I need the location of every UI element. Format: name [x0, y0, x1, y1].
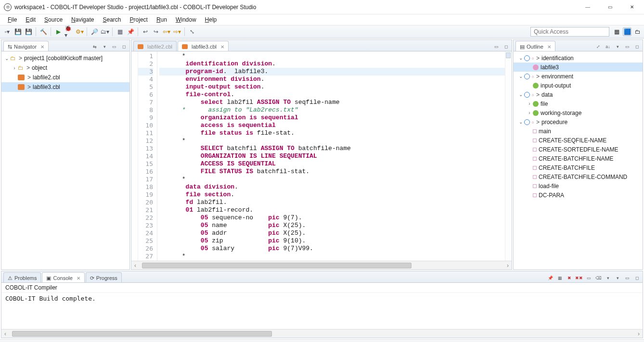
twisty-icon[interactable]: ⌄	[517, 92, 524, 97]
code-line[interactable]: input-output section.	[159, 83, 505, 91]
debug-icon[interactable]: 🐞▾	[64, 27, 73, 36]
menu-navigate[interactable]: Navigate	[67, 15, 98, 24]
hscroll-thumb[interactable]	[12, 331, 272, 337]
maximize-view-icon[interactable]: ◻	[633, 275, 641, 281]
console-pin-icon[interactable]: 📌	[546, 275, 554, 281]
twisty-icon[interactable]: ›	[526, 101, 533, 106]
twisty-icon[interactable]	[526, 183, 533, 189]
twisty-icon[interactable]: ⌄	[517, 119, 524, 125]
next-edit-icon[interactable]: ↪	[152, 27, 160, 36]
twisty-icon[interactable]	[526, 128, 533, 134]
editor-area[interactable]: 1234567891011121314151617181920212223242…	[131, 51, 512, 261]
maximize-button[interactable]: ▭	[599, 0, 621, 14]
breakpoint-strip[interactable]	[131, 51, 138, 261]
code-line[interactable]: *	[159, 137, 505, 145]
open-task-icon[interactable]: 🗂▾	[101, 27, 109, 36]
cobol-perspective-icon[interactable]: 🟦	[623, 27, 631, 36]
twisty-icon[interactable]	[526, 192, 533, 198]
open-perspective-icon[interactable]: ▦	[612, 27, 621, 36]
folder-row[interactable]: › 🗀 > object	[1, 63, 129, 73]
code-line[interactable]: identification division.	[159, 60, 505, 68]
new-icon[interactable]: ▫▾	[3, 27, 12, 36]
twisty-icon[interactable]	[526, 138, 533, 143]
console-display-icon[interactable]: ▦	[556, 275, 564, 281]
open-type-icon[interactable]: 🔎	[90, 27, 99, 36]
maximize-editor-icon[interactable]: ◻	[502, 43, 510, 50]
outline-item[interactable]: ⌄₀>environment	[514, 72, 643, 81]
menu-source[interactable]: Source	[40, 15, 66, 24]
overview-ruler[interactable]	[505, 51, 512, 261]
close-icon[interactable]: ✕	[220, 44, 224, 50]
code-line[interactable]: *	[159, 52, 505, 60]
code-line[interactable]: *	[159, 253, 505, 260]
code-line[interactable]: * assign to "Lab2recs.txt"	[159, 106, 505, 114]
hscroll-thumb[interactable]	[142, 263, 412, 268]
twisty-icon[interactable]	[526, 147, 533, 152]
view-menu-icon[interactable]: ▾	[614, 43, 621, 50]
twisty-icon[interactable]	[526, 83, 533, 88]
outline-item[interactable]: CREATE-BATCHFILE-COMMAND	[514, 172, 643, 181]
outline-item[interactable]: CREATE-BATCHFILE	[514, 163, 643, 172]
code-line[interactable]: ORGANIZATION IS LINE SEQUENTIAL	[159, 152, 505, 160]
code-line[interactable]: access is sequential	[159, 122, 505, 129]
code-line[interactable]: 05 salary pic 9(7)V99.	[159, 245, 505, 253]
console-output[interactable]: COBOL-IT Build complete.	[1, 293, 643, 329]
code-line[interactable]: *	[159, 176, 505, 183]
code-line[interactable]: file section.	[159, 191, 505, 199]
back-icon[interactable]: ⇦▾	[162, 27, 171, 36]
twisty-icon[interactable]	[526, 165, 533, 170]
outline-item[interactable]: ›file	[514, 99, 643, 108]
outline-item[interactable]: ›working-storage	[514, 108, 643, 117]
editor-tab[interactable]: labfile2.cbl	[133, 41, 177, 51]
code-line[interactable]: 05 zip pic 9(10).	[159, 237, 505, 245]
outline-item[interactable]: CREATE-SORTEDFILE-NAME	[514, 145, 643, 154]
console-open-icon[interactable]: ▾	[604, 275, 612, 281]
pin-icon[interactable]: 📌	[126, 27, 135, 36]
code-line[interactable]: fd lab2fil.	[159, 199, 505, 206]
outline-item[interactable]: CREATE-BATCHFILE-NAME	[514, 154, 643, 163]
file-row[interactable]: > labfile2.cbl	[1, 73, 129, 82]
code-line[interactable]: FILE STATUS IS batchfil-stat.	[159, 168, 505, 176]
minimize-editor-icon[interactable]: ▭	[492, 43, 500, 50]
menu-search[interactable]: Search	[99, 15, 125, 24]
maximize-view-icon[interactable]: ◻	[633, 43, 641, 50]
twisty-down-icon[interactable]: ⌄	[3, 56, 10, 61]
outline-item[interactable]: load-file	[514, 181, 643, 190]
tab-console[interactable]: ▣ Console ✕	[42, 272, 84, 282]
code-line[interactable]: environment division.	[159, 76, 505, 83]
twisty-icon[interactable]: ›	[526, 110, 533, 115]
outline-item[interactable]: labfile3	[514, 63, 643, 72]
save-all-icon[interactable]: 💾	[24, 27, 33, 36]
outline-item[interactable]: CREATE-SEQFILE-NAME	[514, 136, 643, 145]
navigator-tree[interactable]: ⌄ 🗀 > project1 [cobolitKickoff master] ›…	[1, 51, 129, 269]
outline-item[interactable]: input-output	[514, 81, 643, 90]
code-line[interactable]: SELECT batchfil ASSIGN TO batchfile-name	[159, 145, 505, 152]
menu-window[interactable]: Window	[172, 15, 200, 24]
twisty-icon[interactable]: ⌄	[517, 55, 524, 61]
sort-icon[interactable]: a↓	[604, 43, 612, 50]
minimize-view-icon[interactable]: ▭	[623, 43, 631, 50]
twisty-icon[interactable]	[526, 174, 533, 179]
twisty-icon[interactable]	[526, 156, 533, 161]
outline-item[interactable]: DC-PARA	[514, 190, 643, 200]
menu-help[interactable]: Help	[201, 15, 221, 24]
prev-edit-icon[interactable]: ↩	[141, 27, 150, 36]
console-clear-icon[interactable]: ⌫	[594, 275, 602, 281]
tab-outline[interactable]: ▤ Outline ✕	[515, 41, 555, 51]
minimize-button[interactable]: —	[577, 0, 599, 14]
outline-item[interactable]: ⌄₀>procedure	[514, 117, 643, 127]
code-line[interactable]: organization is sequential	[159, 114, 505, 122]
close-icon[interactable]: ✕	[547, 44, 551, 50]
file-row[interactable]: > labfile3.cbl	[1, 82, 129, 92]
twisty-icon[interactable]: ⌄	[517, 74, 524, 79]
minimize-view-icon[interactable]: ▭	[110, 43, 118, 50]
maximize-view-icon[interactable]: ◻	[120, 43, 128, 50]
outline-item[interactable]: ⌄₀>identification	[514, 53, 643, 63]
outline-tree[interactable]: ⌄₀>identification labfile3⌄₀>environment…	[514, 51, 643, 269]
code-line[interactable]: program-id. labfile3.	[159, 68, 505, 76]
code-line[interactable]: ACCESS IS SEQUENTIAL	[159, 160, 505, 168]
twisty-icon[interactable]	[526, 64, 533, 70]
focus-icon[interactable]: ⤢	[594, 43, 602, 50]
quick-access-input[interactable]	[530, 27, 609, 37]
menu-file[interactable]: File	[4, 15, 21, 24]
